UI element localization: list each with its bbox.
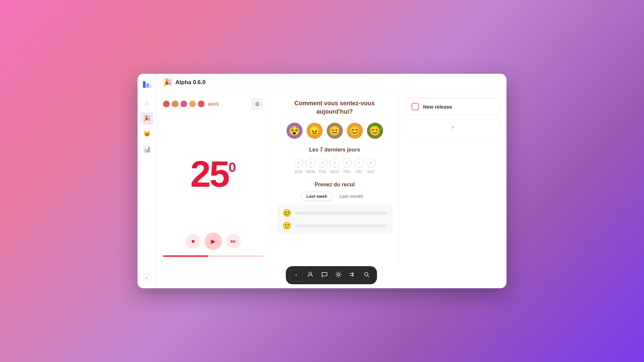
recul-tabs: Last week Last month xyxy=(277,192,392,201)
great-emoji: 😊 xyxy=(369,125,381,136)
play-icon: ▶ xyxy=(211,238,216,245)
tab-last-week[interactable]: Last week xyxy=(301,192,332,201)
sidebar-logo xyxy=(142,79,152,90)
title-icon: 🎉 xyxy=(163,78,172,87)
day-wed: + WED xyxy=(330,158,339,174)
day-mon: + MON xyxy=(306,158,315,174)
mood-emojis: 😵 😠 😐 😊 😊 xyxy=(286,123,383,139)
sidebar-item-chart[interactable]: 📊 xyxy=(141,143,153,156)
panel-mood: Comment vous sentez-vous aujourd'hui? 😵 … xyxy=(270,91,399,263)
mood-emoji-happy[interactable]: 😊 xyxy=(347,123,363,139)
dot-3 xyxy=(180,101,187,107)
shuffle-icon xyxy=(350,272,356,279)
timer-value: 25 xyxy=(190,156,228,192)
neutral-emoji: 😐 xyxy=(329,125,340,136)
day-label-sun: SUN xyxy=(294,170,302,174)
mood-emoji-sad[interactable]: 😠 xyxy=(307,123,323,139)
day-add-thu[interactable]: + xyxy=(342,158,352,168)
mood-emoji-angry[interactable]: 😵 xyxy=(286,123,303,139)
day-add-fri[interactable]: + xyxy=(354,158,364,168)
forward-button[interactable]: ⏭ xyxy=(226,234,241,249)
panel-right: New release + xyxy=(399,91,506,263)
day-label-wed: WED xyxy=(330,170,339,174)
svg-point-3 xyxy=(309,272,312,275)
svg-rect-2 xyxy=(150,84,151,88)
toolbar-chat-button[interactable] xyxy=(318,269,331,282)
dot-5 xyxy=(198,101,205,107)
day-add-sun[interactable]: + xyxy=(294,158,303,168)
recul-section: Prenez du recul Last week Last month 😊 🙂 xyxy=(277,182,392,234)
mood-question: Comment vous sentez-vous aujourd'hui? xyxy=(277,99,392,116)
toolbar-gear-button[interactable] xyxy=(332,269,345,282)
day-label-tue: TUE xyxy=(319,170,326,174)
day-thu: + THU xyxy=(342,158,352,174)
day-label-mon: MON xyxy=(306,170,315,174)
day-add-tue[interactable]: + xyxy=(318,158,327,168)
new-release-card: New release xyxy=(406,98,500,115)
color-dots: work xyxy=(163,101,219,107)
panels: work ⚙ 25 0 ■ ▶ xyxy=(156,91,506,263)
recul-bar-1 xyxy=(295,212,387,215)
toolbar-search-button[interactable] xyxy=(360,269,373,282)
recul-log: 😊 🙂 xyxy=(277,205,392,234)
timer-degree: 0 xyxy=(229,160,236,175)
timer-display: 25 0 xyxy=(163,115,263,233)
new-release-checkbox[interactable] xyxy=(412,103,419,110)
bottom-toolbar: + xyxy=(286,266,377,284)
toolbar-person-button[interactable] xyxy=(304,269,317,282)
chat-icon xyxy=(321,272,327,279)
day-label-sat: SAT xyxy=(367,170,374,174)
sidebar-item-home[interactable]: ⌂ xyxy=(141,97,153,109)
day-tue: + TUE xyxy=(318,158,327,174)
dot-4 xyxy=(189,101,196,107)
dot-1 xyxy=(163,101,170,107)
recul-emoji-2: 🙂 xyxy=(282,222,291,230)
day-add-sat[interactable]: + xyxy=(366,158,376,168)
plus-icon: + xyxy=(145,275,148,281)
add-task-button[interactable]: + xyxy=(406,119,500,136)
dot-2 xyxy=(172,101,178,107)
happy-emoji: 😊 xyxy=(349,125,361,136)
day-label-fri: FRI xyxy=(356,170,362,174)
toolbar-add-icon: + xyxy=(294,272,298,278)
gear-icon: ⚙ xyxy=(255,101,260,107)
day-label-thu: THU xyxy=(343,170,351,174)
title-bar: 🎉 Alpha 0.6.0 xyxy=(156,74,506,91)
mood-emoji-neutral[interactable]: 😐 xyxy=(327,123,343,139)
svg-point-4 xyxy=(337,274,339,276)
person-icon xyxy=(307,272,313,279)
new-release-label: New release xyxy=(423,104,452,110)
recul-entry-1: 😊 xyxy=(282,209,387,218)
svg-rect-0 xyxy=(143,81,146,88)
svg-rect-1 xyxy=(146,83,149,88)
play-button[interactable]: ▶ xyxy=(205,233,222,250)
day-add-wed[interactable]: + xyxy=(330,158,339,168)
gear-toolbar-icon xyxy=(335,272,341,279)
days-grid: + SUN + MON + TUE + WED xyxy=(294,158,376,174)
progress-bar xyxy=(163,255,263,257)
sidebar-item-faces[interactable]: 😺 xyxy=(141,127,153,140)
toolbar-add-button[interactable]: + xyxy=(290,269,303,282)
timer-settings-button[interactable]: ⚙ xyxy=(251,98,263,110)
day-sat: + SAT xyxy=(366,158,376,174)
progress-fill xyxy=(163,255,208,257)
stop-button[interactable]: ■ xyxy=(186,234,201,249)
recul-emoji-1: 😊 xyxy=(282,209,291,218)
mood-emoji-great[interactable]: 😊 xyxy=(367,123,383,139)
recul-title: Prenez du recul xyxy=(277,182,392,188)
add-icon: + xyxy=(451,124,455,131)
app-title: Alpha 0.6.0 xyxy=(175,79,206,86)
recul-entry-2: 🙂 xyxy=(282,222,387,230)
day-add-mon[interactable]: + xyxy=(306,158,315,168)
sidebar: ⌂ 🎉 😺 📊 + xyxy=(138,74,156,288)
stop-icon: ■ xyxy=(192,238,195,244)
day-fri: + FRI xyxy=(354,158,364,174)
sidebar-item-party[interactable]: 🎉 xyxy=(141,112,153,125)
tab-last-month[interactable]: Last month xyxy=(335,192,368,201)
party-icon: 🎉 xyxy=(143,115,151,122)
chart-icon: 📊 xyxy=(143,145,151,153)
sidebar-add-button[interactable]: + xyxy=(142,274,152,283)
toolbar-row: + xyxy=(156,263,506,288)
panel-timer: work ⚙ 25 0 ■ ▶ xyxy=(156,91,270,263)
toolbar-shuffle-button[interactable] xyxy=(346,269,359,282)
